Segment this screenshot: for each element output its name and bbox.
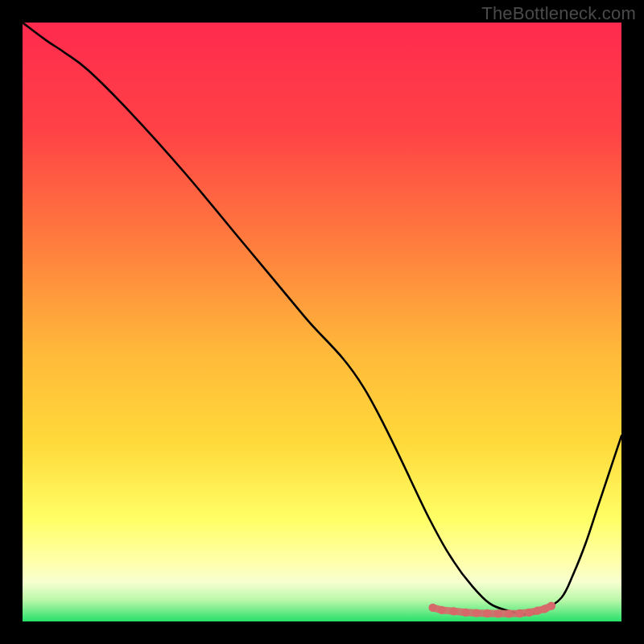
highlight-dot (534, 606, 542, 614)
highlight-dot (461, 609, 469, 617)
chart-svg (23, 23, 621, 621)
highlight-dot (428, 604, 436, 612)
gradient-background (23, 23, 621, 621)
highlight-dot (547, 601, 555, 609)
highlight-dot (515, 609, 523, 617)
highlight-dot (449, 607, 457, 615)
highlight-dot (438, 606, 446, 614)
highlight-dot (505, 609, 513, 617)
watermark-text: TheBottleneck.com (481, 3, 636, 24)
highlight-dot (473, 609, 481, 617)
chart-frame: TheBottleneck.com (0, 0, 644, 644)
plot-area (23, 23, 621, 621)
highlight-dot (525, 609, 533, 617)
highlight-dot (494, 609, 502, 617)
highlight-dot (483, 609, 491, 617)
